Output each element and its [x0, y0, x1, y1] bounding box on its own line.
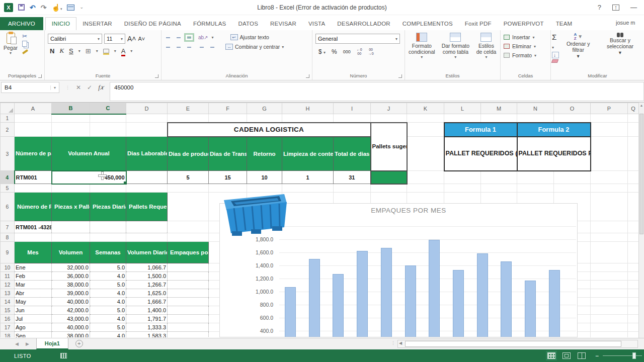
month-cell[interactable]: 1,066.7 [126, 263, 168, 272]
formula2-body[interactable]: PALLET REQUERIDOS PD * (CL / STDPACK) [517, 137, 591, 171]
orientation-icon[interactable]: ab↗ [198, 35, 208, 40]
format-as-table-button[interactable]: Dar formato como tabla▾ [438, 32, 473, 60]
month-cell[interactable] [168, 315, 209, 323]
header-empaques[interactable]: Empaques por mes [168, 242, 209, 263]
month-cell[interactable]: 1,500.0 [126, 272, 168, 281]
cell[interactable] [628, 233, 639, 242]
cell[interactable] [591, 171, 628, 184]
cell[interactable] [52, 114, 90, 123]
cell[interactable] [591, 221, 628, 233]
cell-styles-button[interactable]: Estilos de celda▾ [473, 32, 499, 60]
month-cell[interactable]: 1,625.0 [126, 289, 168, 298]
horizontal-scrollbar[interactable]: ◀ [397, 340, 638, 348]
header-dias-laborables[interactable]: Dias Laborables [126, 137, 168, 171]
decrease-font-icon[interactable]: A˅ [138, 36, 145, 42]
header-retorno[interactable]: Retorno [247, 137, 282, 171]
cell[interactable] [282, 114, 334, 123]
cell[interactable] [554, 114, 591, 123]
cell[interactable] [591, 272, 628, 281]
font-color-icon[interactable]: A [121, 47, 126, 55]
sort-filter-button[interactable]: AZ ▼ Ordenar y filtrar▾ [560, 32, 596, 60]
month-cell[interactable]: Ago [15, 323, 52, 332]
cell[interactable] [591, 281, 628, 289]
month-cell[interactable]: 4.0 [90, 332, 126, 338]
row-header-7[interactable]: 7 [1, 221, 15, 233]
dialog-launcher-icon[interactable] [38, 74, 42, 78]
cell[interactable] [591, 184, 628, 193]
row-header-15[interactable]: 15 [1, 306, 15, 315]
cell[interactable] [168, 184, 209, 193]
header-mes[interactable]: Mes [15, 242, 52, 263]
align-left-icon[interactable] [165, 44, 172, 50]
paste-button[interactable]: Pegar▾ [1, 32, 20, 56]
cell[interactable] [481, 114, 517, 123]
month-cell[interactable] [168, 306, 209, 315]
month-cell[interactable]: 1,266.7 [126, 281, 168, 289]
column-header-B[interactable]: B [52, 103, 90, 114]
sheet-nav-right-icon[interactable]: ▶ [26, 341, 29, 346]
cell[interactable] [628, 315, 639, 323]
delete-cells-button[interactable]: Eliminar▾ [502, 42, 538, 51]
formula1-body[interactable]: PALLET REQUERIDOS (PD * CL) / STDPACK [444, 137, 517, 171]
cell[interactable] [407, 114, 444, 123]
bar-Abr[interactable] [357, 251, 368, 337]
bold-button[interactable]: N [50, 47, 54, 55]
column-header-F[interactable]: F [209, 103, 247, 114]
cell[interactable] [168, 114, 209, 123]
month-cell[interactable] [168, 272, 209, 281]
cell[interactable] [334, 114, 371, 123]
zoom-out-icon[interactable]: − [595, 352, 599, 359]
decrease-indent-icon[interactable] [198, 44, 205, 50]
month-cell[interactable]: 36,000.0 [52, 272, 90, 281]
cell[interactable] [628, 242, 639, 263]
selected-cell-B4[interactable]: 450,000 [52, 171, 126, 184]
dialog-launcher-icon[interactable] [155, 74, 158, 78]
row-header-17[interactable]: 17 [1, 323, 15, 332]
align-right-icon[interactable] [186, 44, 193, 50]
cell[interactable] [481, 171, 517, 184]
row-header-5[interactable]: 5 [1, 184, 15, 193]
cell[interactable] [591, 332, 628, 338]
month-cell[interactable]: 1,583.3 [126, 332, 168, 338]
scroll-left-icon[interactable]: ◀ [399, 341, 402, 345]
header-piezas-diarias[interactable]: Piezas Diarias [90, 193, 126, 221]
month-cell[interactable] [168, 332, 209, 338]
cell[interactable] [444, 114, 481, 123]
cell[interactable] [628, 306, 639, 315]
enter-icon[interactable]: ✓ [87, 84, 92, 91]
zoom-slider-handle[interactable] [632, 352, 636, 359]
cell[interactable] [407, 123, 444, 137]
cell[interactable] [15, 123, 52, 137]
header-transporte[interactable]: Dias de Transporte al cliente [209, 137, 247, 171]
cell[interactable] [90, 114, 126, 123]
cell-B7[interactable] [52, 221, 90, 233]
fill-icon[interactable]: ↓ [552, 52, 559, 58]
sheet-nav-left-icon[interactable]: ◀ [15, 341, 19, 346]
cell[interactable] [591, 114, 628, 123]
tab-desarrollador[interactable]: DESARROLLADOR [331, 18, 396, 30]
horizontal-scroll-thumb[interactable] [405, 341, 621, 347]
header-piezas-pallet[interactable]: Piezas x Pallet [52, 193, 90, 221]
cell[interactable] [591, 315, 628, 323]
tab-insertar[interactable]: INSERTAR [76, 18, 118, 30]
row-header-2[interactable]: 2 [1, 123, 15, 137]
cell[interactable] [628, 298, 639, 306]
percent-icon[interactable]: % [332, 48, 337, 55]
cell-I4[interactable]: 31 [334, 171, 371, 184]
cell[interactable] [591, 242, 628, 263]
cell-F4[interactable]: 15 [209, 171, 247, 184]
month-cell[interactable]: 43,000.0 [52, 315, 90, 323]
table-icon[interactable] [67, 5, 74, 11]
cell[interactable] [628, 289, 639, 298]
month-cell[interactable]: Sep [15, 332, 52, 338]
cell[interactable] [247, 114, 282, 123]
column-header-P[interactable]: P [591, 103, 628, 114]
align-middle-icon[interactable] [175, 35, 182, 40]
cell[interactable] [209, 114, 247, 123]
cell-A4[interactable]: RTM001 [15, 171, 52, 184]
month-cell[interactable]: 40,000.0 [52, 298, 90, 306]
month-cell[interactable]: 5.0 [90, 281, 126, 289]
month-cell[interactable]: 38,000.0 [52, 332, 90, 338]
cell[interactable] [591, 123, 628, 137]
cell[interactable] [52, 233, 90, 242]
